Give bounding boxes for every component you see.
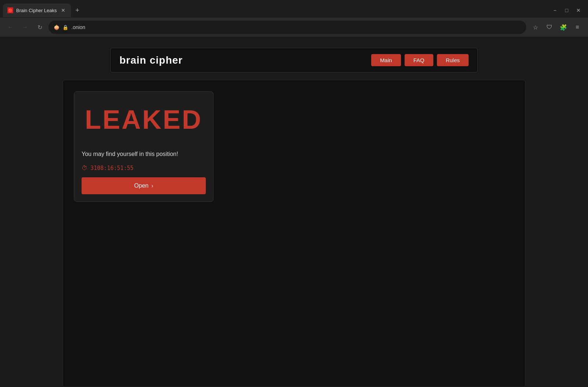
clock-icon: ⏱ [82, 164, 87, 171]
chevron-right-icon: › [151, 183, 153, 189]
address-bar: ← → ↻ 🧅 🔒 .onion ☆ 🛡 🧩 ≡ [0, 18, 588, 37]
card-timer: ⏱ 3108:16:51:55 [82, 164, 206, 171]
faq-nav-button[interactable]: FAQ [405, 54, 433, 66]
tab-bar: 🔴 Brain Cipher Leaks ✕ + − □ ✕ [0, 0, 588, 18]
leaked-banner: LEAKED [82, 99, 206, 144]
shield-button[interactable]: 🛡 [543, 21, 556, 33]
site-nav: Main FAQ Rules [371, 54, 469, 66]
menu-button[interactable]: ≡ [571, 21, 584, 33]
address-text: .onion [71, 24, 521, 30]
refresh-button[interactable]: ↻ [34, 21, 46, 33]
main-area: LEAKED You may find yourself in this pos… [62, 80, 526, 387]
site-logo: brain cipher [119, 54, 183, 66]
back-button[interactable]: ← [4, 21, 16, 33]
site-header: brain cipher Main FAQ Rules [110, 48, 478, 72]
window-controls: − □ ✕ [550, 5, 585, 15]
leak-card: LEAKED You may find yourself in this pos… [74, 91, 214, 202]
extensions-button[interactable]: 🧩 [557, 21, 570, 33]
open-button-label: Open [134, 182, 148, 189]
lock-icon: 🧅 [54, 25, 60, 30]
star-button[interactable]: ☆ [529, 21, 542, 33]
tab-favicon: 🔴 [7, 7, 13, 13]
minimize-button[interactable]: − [550, 5, 560, 15]
timer-value: 3108:16:51:55 [90, 165, 133, 171]
tab-title: Brain Cipher Leaks [16, 8, 57, 13]
rules-nav-button[interactable]: Rules [437, 54, 469, 66]
forward-button[interactable]: → [19, 21, 31, 33]
onion-icon: 🔒 [62, 25, 68, 30]
address-input-container[interactable]: 🧅 🔒 .onion [49, 21, 526, 34]
maximize-button[interactable]: □ [562, 5, 572, 15]
toolbar-right: ☆ 🛡 🧩 ≡ [529, 21, 584, 33]
new-tab-button[interactable]: + [72, 5, 83, 15]
card-description: You may find yourself in this position! [82, 150, 206, 159]
page-content: brain cipher Main FAQ Rules LEAKED You m… [0, 37, 588, 387]
active-tab[interactable]: 🔴 Brain Cipher Leaks ✕ [3, 4, 71, 17]
main-nav-button[interactable]: Main [371, 54, 401, 66]
tab-close-button[interactable]: ✕ [60, 7, 67, 14]
close-window-button[interactable]: ✕ [573, 5, 584, 15]
open-button[interactable]: Open › [82, 177, 206, 194]
browser-chrome: 🔴 Brain Cipher Leaks ✕ + − □ ✕ ← → ↻ 🧅 🔒… [0, 0, 588, 37]
